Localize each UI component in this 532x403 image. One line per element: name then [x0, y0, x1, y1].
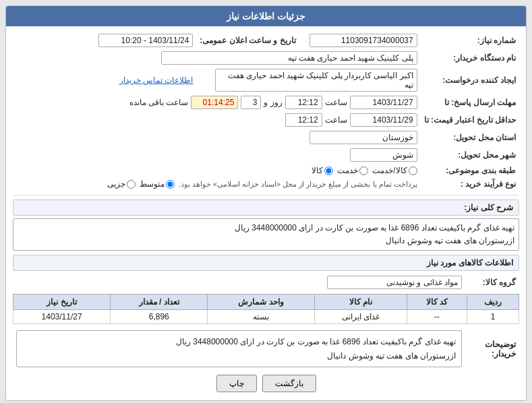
goods-info-title: اطلاعات کالاهای مورد نیاز: [13, 255, 519, 271]
creator-value: اکبر الیاسی کاربردار پلی کلینیک شهید احم…: [215, 69, 417, 92]
reply-remain-value: 01:14:25: [191, 96, 238, 109]
province-label: استان محل تحویل:: [421, 129, 519, 146]
purchase-option-motavaset[interactable]: متوسط: [140, 179, 175, 189]
buyer-org-value: پلی کلینیک شهید احمد حیاری هفت تپه: [161, 51, 417, 65]
col-date: تاریخ نیاز: [13, 294, 111, 310]
price-deadline-label: حداقل تاریخ اعتبار قیمت: تا: [421, 111, 519, 129]
col-quantity: تعداد / مقدار: [111, 294, 208, 310]
creator-label: ایجاد کننده درخواست:: [421, 67, 519, 94]
cell-code: --: [407, 310, 467, 324]
need-description-box: تهیه غذای گرم باکیفیت تعداد 6896 غذا به …: [13, 218, 519, 251]
need-description-title: شرح کلی نیاز:: [13, 199, 519, 216]
goods-group-value: مواد غذائی و نوشیدنی: [327, 276, 462, 289]
col-unit: واحد شمارش: [208, 294, 315, 310]
cell-quantity: 6,896: [111, 310, 208, 324]
province-value: خوزستان: [309, 131, 417, 144]
reply-time-value: 12:12: [285, 96, 322, 109]
cell-name: غذای ایرانی: [314, 310, 407, 324]
purchase-option-jozi[interactable]: جزیی: [107, 179, 136, 189]
city-label: شهر محل تحویل:: [421, 146, 519, 164]
goods-table: ردیف کد کالا نام کالا واحد شمارش تعداد /…: [13, 294, 519, 324]
category-label: طبقه بندی موضوعی:: [421, 164, 519, 177]
contact-link[interactable]: اطلاعات تماس خریدار: [119, 75, 194, 85]
print-button[interactable]: چاپ: [216, 375, 257, 392]
price-time-label: ساعت: [325, 115, 347, 125]
category-option-kala[interactable]: کالا: [312, 166, 333, 175]
purchase-type-label: نوع فرآیند خرید :: [421, 177, 519, 191]
col-name: نام کالا: [314, 294, 407, 310]
page-title: جزئیات اطلاعات نیاز: [6, 6, 526, 26]
table-row: 1 -- غذای ایرانی بسته 6,896 1403/11/27: [13, 310, 519, 324]
col-code: کد کالا: [407, 294, 467, 310]
request-number-label: شماره نیاز:: [421, 32, 519, 49]
request-number-value: 1103091734000037: [309, 34, 417, 47]
reply-time-label: ساعت: [325, 98, 347, 107]
reply-deadline-label: مهلت ارسال پاسخ: تا: [421, 94, 519, 111]
buyer-desc-label: توضیحات خریدار:: [465, 328, 519, 369]
goods-group-label: گروه کالا:: [465, 274, 519, 291]
col-rownum: ردیف: [467, 294, 519, 310]
price-time-value: 12:12: [285, 113, 322, 127]
cell-unit: بسته: [208, 310, 315, 324]
reply-remain-label: ساعت باقی مانده: [129, 98, 189, 107]
cell-date: 1403/11/27: [13, 310, 111, 324]
reply-day-value: 3: [241, 96, 261, 109]
reply-date-value: 1403/11/27: [350, 96, 417, 109]
category-option-kala-khedmat[interactable]: کالا/خدمت: [372, 166, 417, 175]
price-date-value: 1403/11/29: [350, 113, 417, 127]
date-value: 1403/11/24 - 10:20: [98, 34, 193, 47]
reply-day-label: روز و: [264, 98, 282, 107]
city-value: شوش: [350, 148, 417, 162]
date-label: تاریخ و ساعت اعلان عمومی:: [196, 32, 299, 49]
buyer-desc-box: تهیه غذای گرم باکیفیت تعداد 6896 غذا به …: [16, 330, 462, 367]
purchase-note: پرداخت تمام یا بخشی از مبلغ خریدار از مح…: [179, 180, 417, 189]
buyer-org-label: نام دستگاه خریدار:: [421, 49, 519, 67]
cell-rownum: 1: [467, 310, 519, 324]
category-option-khedmat[interactable]: خدمت: [337, 166, 368, 175]
back-button[interactable]: بازگشت: [262, 375, 316, 392]
